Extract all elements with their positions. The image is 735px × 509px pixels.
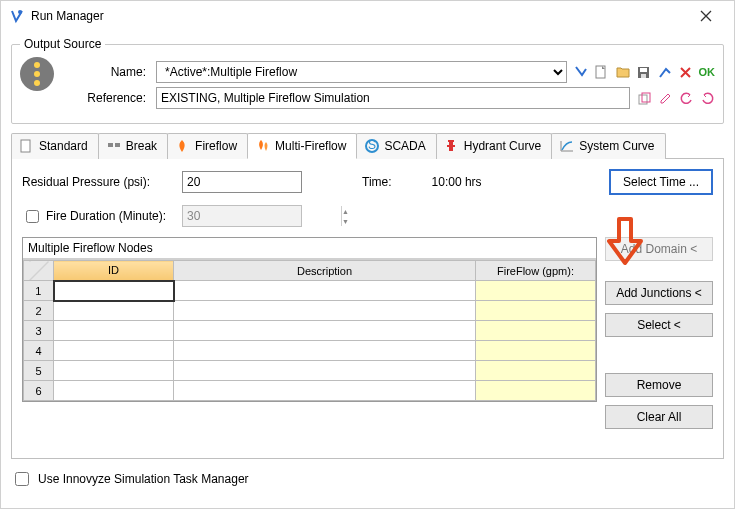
tab-standard[interactable]: Standard: [11, 133, 99, 159]
add-junctions-button[interactable]: Add Junctions <: [605, 281, 713, 305]
fire-duration-label-wrap: Fire Duration (Minute):: [22, 207, 172, 226]
fire-duration-checkbox[interactable]: [26, 210, 39, 223]
tab-scada[interactable]: S SCADA: [356, 133, 436, 159]
svg-point-0: [18, 10, 22, 14]
reference-input[interactable]: [156, 87, 630, 109]
tab-label: Break: [126, 139, 157, 153]
col-fireflow[interactable]: FireFlow (gpm):: [476, 261, 596, 281]
tab-label: Standard: [39, 139, 88, 153]
spinner-down-icon[interactable]: ▼: [342, 216, 349, 226]
tab-label: SCADA: [384, 139, 425, 153]
window-title: Run Manager: [31, 9, 686, 23]
residual-pressure-label: Residual Pressure (psi):: [22, 175, 172, 189]
traffic-light-icon: [20, 57, 54, 91]
svg-rect-3: [640, 68, 647, 72]
edit-icon[interactable]: [657, 90, 673, 106]
titlebar: Run Manager: [1, 1, 734, 31]
delete-icon[interactable]: [678, 64, 694, 80]
time-label: Time:: [362, 175, 392, 189]
multi-fireflow-panel: Residual Pressure (psi): Time: 10:00 hrs…: [11, 159, 724, 459]
tab-break[interactable]: Break: [98, 133, 168, 159]
remove-button[interactable]: Remove: [605, 373, 713, 397]
svg-rect-4: [641, 74, 646, 78]
table-row[interactable]: 5: [24, 361, 596, 381]
svg-rect-9: [115, 143, 120, 147]
table-row[interactable]: 4: [24, 341, 596, 361]
col-id[interactable]: ID: [54, 261, 174, 281]
tab-label: Hydrant Curve: [464, 139, 541, 153]
output-source-legend: Output Source: [20, 37, 105, 51]
reference-label: Reference:: [62, 91, 150, 105]
svg-rect-6: [642, 93, 650, 102]
close-button[interactable]: [686, 2, 726, 30]
table-row[interactable]: 3: [24, 321, 596, 341]
svg-rect-8: [108, 143, 113, 147]
reference-toolbar: [636, 90, 715, 106]
tabs: Standard Break Fireflow Multi-Fireflow S…: [11, 132, 724, 159]
new-icon[interactable]: [594, 64, 610, 80]
run-manager-window: Run Manager Output Source Name: *Active*…: [0, 0, 735, 509]
table-row[interactable]: 1: [24, 281, 596, 301]
tool-icon[interactable]: [573, 64, 589, 80]
redo-icon[interactable]: [699, 90, 715, 106]
tab-label: System Curve: [579, 139, 654, 153]
save-icon[interactable]: [636, 64, 652, 80]
app-icon: [9, 8, 25, 24]
grid-buttons: Add Domain < Add Junctions < Select < Re…: [605, 237, 713, 429]
open-icon[interactable]: [615, 64, 631, 80]
select-button[interactable]: Select <: [605, 313, 713, 337]
svg-rect-13: [447, 145, 455, 147]
curve-icon: [560, 139, 574, 153]
tab-hydrant-curve[interactable]: Hydrant Curve: [436, 133, 552, 159]
fire-icon: [176, 139, 190, 153]
grid-title: Multiple Fireflow Nodes: [23, 238, 596, 259]
add-domain-button[interactable]: Add Domain <: [605, 237, 713, 261]
svg-rect-5: [639, 95, 647, 104]
time-value: 10:00 hrs: [432, 175, 482, 189]
copy-icon[interactable]: [636, 90, 652, 106]
residual-pressure-input[interactable]: [182, 171, 302, 193]
grid-corner[interactable]: [24, 261, 54, 281]
doc-icon: [20, 139, 34, 153]
tab-system-curve[interactable]: System Curve: [551, 133, 665, 159]
clear-all-button[interactable]: Clear All: [605, 405, 713, 429]
svg-text:S: S: [368, 139, 376, 152]
undo-icon[interactable]: [678, 90, 694, 106]
hydrant-icon: [445, 139, 459, 153]
ok-indicator: OK: [699, 66, 716, 78]
table-row[interactable]: 6: [24, 381, 596, 401]
use-task-manager-label: Use Innovyze Simulation Task Manager: [38, 472, 249, 486]
svg-rect-14: [448, 140, 454, 142]
col-description[interactable]: Description: [174, 261, 476, 281]
name-combo[interactable]: *Active*:Multiple Fireflow: [156, 61, 567, 83]
name-toolbar: OK: [573, 64, 716, 80]
use-task-manager-checkbox[interactable]: [15, 472, 29, 486]
break-icon: [107, 139, 121, 153]
tool2-icon[interactable]: [657, 64, 673, 80]
fireflow-nodes-grid[interactable]: ID Description FireFlow (gpm): 1: [23, 260, 596, 401]
select-time-button[interactable]: Select Time ...: [609, 169, 713, 195]
content-area: Output Source Name: *Active*:Multiple Fi…: [1, 31, 734, 499]
fire-duration-spinner[interactable]: ▲▼: [182, 205, 302, 227]
multi-fire-icon: [256, 139, 270, 153]
tab-label: Multi-Fireflow: [275, 139, 346, 153]
name-label: Name:: [62, 65, 150, 79]
tab-label: Fireflow: [195, 139, 237, 153]
use-task-manager-wrap: Use Innovyze Simulation Task Manager: [11, 469, 724, 489]
svg-rect-7: [21, 140, 30, 152]
tab-multi-fireflow[interactable]: Multi-Fireflow: [247, 133, 357, 159]
tab-fireflow[interactable]: Fireflow: [167, 133, 248, 159]
spinner-up-icon[interactable]: ▲: [342, 206, 349, 216]
fire-duration-label: Fire Duration (Minute):: [46, 209, 166, 223]
scada-icon: S: [365, 139, 379, 153]
table-row[interactable]: 2: [24, 301, 596, 321]
fire-duration-value: [183, 206, 341, 226]
output-source-group: Output Source Name: *Active*:Multiple Fi…: [11, 37, 724, 124]
grid-container: Multiple Fireflow Nodes ID Description F…: [22, 237, 597, 402]
